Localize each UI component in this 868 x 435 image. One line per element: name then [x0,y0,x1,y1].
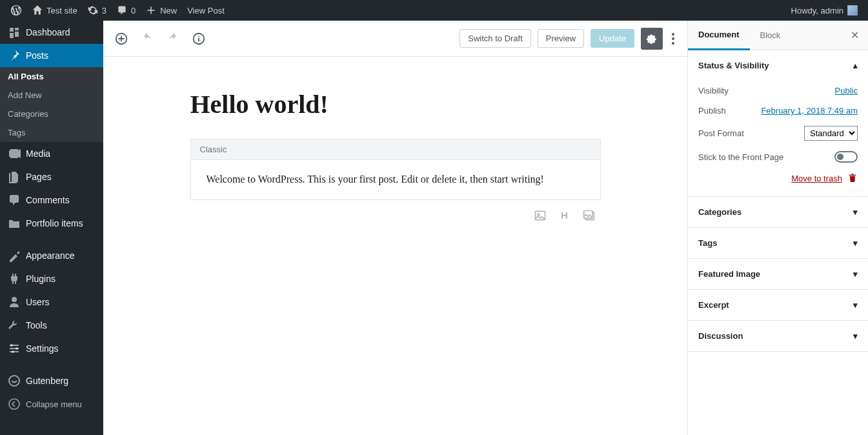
panel-status-visibility: Status & Visibility ▴ Visibility Public … [688,50,868,197]
settings-icon [8,342,21,355]
appearance-icon [8,249,21,262]
sidebar-item-portfolio[interactable]: Portfolio items [0,212,103,235]
wordpress-logo[interactable] [5,0,27,21]
editor-canvas[interactable]: Hello world! Classic Welcome to WordPres… [103,57,687,435]
chevron-down-icon: ▾ [853,331,858,341]
chevron-down-icon: ▾ [853,300,858,310]
svg-point-5 [9,399,19,409]
new-label: New [160,6,177,15]
comments-count: 0 [131,6,136,15]
publish-label: Publish [698,106,726,116]
tab-block[interactable]: Block [750,21,791,49]
updates-link[interactable]: 3 [83,0,112,21]
site-home-link[interactable]: Test site [27,0,83,21]
new-content-link[interactable]: New [141,0,182,21]
admin-toolbar: Test site 3 0 New View Post Howdy, admin [0,0,868,21]
svg-point-9 [672,37,674,40]
post-format-select[interactable]: Standard [804,126,858,141]
sidebar-item-plugins[interactable]: Plugins [0,267,103,290]
classic-block[interactable]: Classic Welcome to WordPress. This is yo… [190,139,601,200]
sidebar-sub-tags[interactable]: Tags [0,123,103,142]
gear-icon [646,33,658,45]
panel-header-discussion[interactable]: Discussion▾ [688,321,868,351]
panel-header-status[interactable]: Status & Visibility ▴ [688,50,868,81]
panel-header-categories[interactable]: Categories▾ [688,197,868,227]
add-block-button[interactable] [114,31,129,46]
panel-header-tags[interactable]: Tags▾ [688,228,868,258]
heading-block-icon[interactable]: H [558,209,571,222]
tab-document[interactable]: Document [688,21,750,50]
sidebar-sub-categories[interactable]: Categories [0,105,103,123]
tools-icon [8,319,21,332]
panel-tags: Tags▾ [688,228,868,259]
refresh-icon [88,5,98,15]
sidebar-item-appearance[interactable]: Appearance [0,244,103,267]
home-icon [32,5,43,15]
panel-header-featured-image[interactable]: Featured Image▾ [688,259,868,289]
preview-button[interactable]: Preview [538,29,584,48]
info-button[interactable] [191,31,207,46]
sidebar-item-media[interactable]: Media [0,142,103,165]
plugins-icon [8,272,21,285]
svg-point-1 [10,344,13,347]
visibility-value-link[interactable]: Public [835,86,858,96]
gallery-block-icon[interactable] [583,209,596,222]
svg-point-2 [15,347,18,350]
image-block-icon[interactable] [534,209,547,222]
panel-categories: Categories▾ [688,197,868,228]
close-inspector-button[interactable]: ✕ [842,29,868,41]
publish-date-link[interactable]: February 1, 2018 7:49 am [761,106,858,116]
updates-count: 3 [102,6,106,15]
sidebar-item-tools[interactable]: Tools [0,314,103,337]
users-icon [8,296,21,309]
settings-toggle-button[interactable] [641,28,663,50]
inspector-tabs: Document Block ✕ [688,21,868,50]
redo-button[interactable] [165,31,181,46]
sidebar-item-settings[interactable]: Settings [0,337,103,360]
sidebar-sub-all-posts[interactable]: All Posts [0,67,103,86]
user-greeting[interactable]: Howdy, admin [789,0,860,21]
sidebar-item-users[interactable]: Users [0,290,103,314]
switch-to-draft-button[interactable]: Switch to Draft [459,29,531,48]
view-post-link[interactable]: View Post [182,0,230,21]
svg-point-10 [672,42,674,45]
sidebar-item-dashboard[interactable]: Dashboard [0,21,103,44]
chevron-down-icon: ▾ [853,269,858,279]
sidebar-item-pages[interactable]: Pages [0,165,103,188]
sidebar-sub-add-new[interactable]: Add New [0,86,103,105]
collapse-icon [8,398,21,410]
undo-button[interactable] [139,31,155,46]
visibility-label: Visibility [698,86,729,96]
comments-link[interactable]: 0 [112,0,141,21]
collapse-menu-button[interactable]: Collapse menu [0,392,103,416]
sidebar-item-posts[interactable]: Posts [0,44,103,67]
panel-excerpt: Excerpt▾ [688,290,868,321]
media-icon [8,147,21,160]
post-title[interactable]: Hello world! [190,89,601,119]
panel-discussion: Discussion▾ [688,321,868,352]
panel-header-excerpt[interactable]: Excerpt▾ [688,290,868,320]
block-content[interactable]: Welcome to WordPress. This is your first… [191,160,600,199]
inspector-panel: Document Block ✕ Status & Visibility ▴ V… [687,21,868,435]
sidebar-item-gutenberg[interactable]: Gutenberg [0,369,103,392]
comment-icon [117,5,127,15]
chevron-down-icon: ▾ [853,207,858,217]
block-appender: H [190,200,601,222]
post-format-label: Post Format [698,128,744,138]
admin-sidebar: Dashboard Posts All Posts Add New Catego… [0,21,103,435]
sticky-label: Stick to the Front Page [698,152,783,162]
gutenberg-icon [8,374,21,387]
pin-icon [8,49,21,62]
editor-toolbar: Switch to Draft Preview Update [103,21,687,57]
sidebar-item-comments[interactable]: Comments [0,188,103,212]
trash-icon [847,173,858,183]
pages-icon [8,170,21,183]
sticky-toggle[interactable] [834,151,858,163]
svg-point-12 [538,214,540,216]
dashboard-icon [8,26,21,39]
chevron-down-icon: ▾ [853,238,858,248]
move-to-trash-link[interactable]: Move to trash [791,174,842,183]
update-button[interactable]: Update [590,29,634,48]
main-content: Switch to Draft Preview Update Hello wor… [103,21,868,435]
more-options-button[interactable] [669,33,677,45]
